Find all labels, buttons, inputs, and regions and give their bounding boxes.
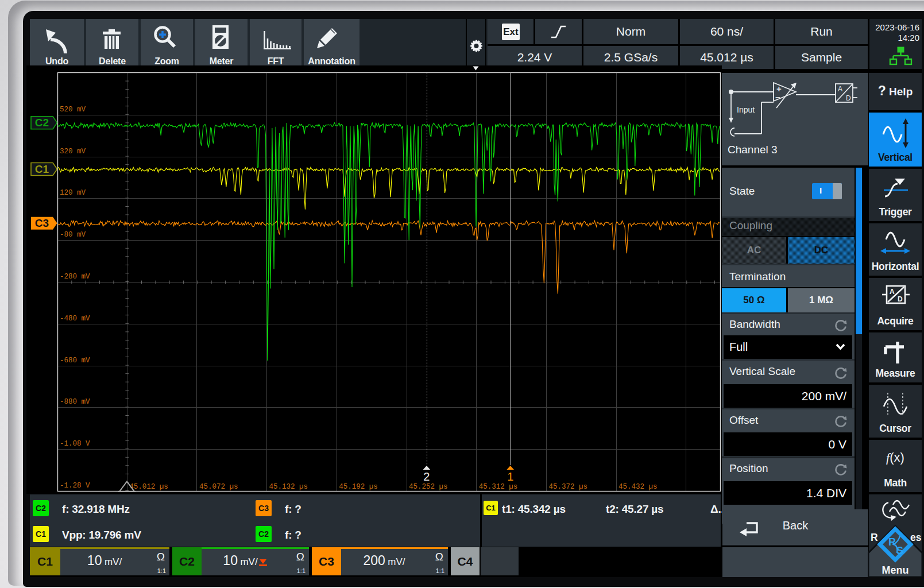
- svg-text:-680 mV: -680 mV: [60, 357, 90, 365]
- svg-text:120 mV: 120 mV: [60, 189, 86, 197]
- svg-text:D: D: [898, 295, 903, 303]
- svg-text:C2: C2: [35, 117, 49, 129]
- svg-text:2: 2: [423, 470, 430, 483]
- svg-text:45.312 µs: 45.312 µs: [479, 483, 518, 491]
- svg-text:-1.28 V: -1.28 V: [60, 482, 90, 490]
- svg-text:Input: Input: [737, 105, 755, 114]
- svg-text:520 mV: 520 mV: [60, 106, 86, 114]
- svg-text:A: A: [838, 85, 842, 93]
- svg-text:45.192 µs: 45.192 µs: [339, 483, 378, 491]
- svg-text:C3: C3: [35, 217, 49, 229]
- svg-text:C1: C1: [35, 163, 49, 175]
- svg-text:1: 1: [507, 470, 513, 483]
- svg-text:320 mV: 320 mV: [60, 148, 86, 156]
- svg-text:A: A: [890, 288, 895, 296]
- svg-text:Channel 3: Channel 3: [728, 144, 778, 156]
- svg-text:-80 mV: -80 mV: [60, 231, 86, 239]
- svg-text:D: D: [846, 94, 851, 102]
- svg-text:-1.08 V: -1.08 V: [60, 440, 90, 448]
- svg-text:45.072 µs: 45.072 µs: [199, 483, 238, 491]
- svg-text:-280 mV: -280 mV: [60, 273, 90, 281]
- svg-text:45.432 µs: 45.432 µs: [618, 483, 658, 491]
- svg-text:45.372 µs: 45.372 µs: [548, 483, 587, 491]
- svg-text:45.252 µs: 45.252 µs: [409, 483, 448, 491]
- svg-text:45.012 µs: 45.012 µs: [129, 483, 168, 491]
- svg-text:-880 mV: -880 mV: [60, 398, 90, 406]
- svg-text:−: −: [775, 92, 780, 102]
- svg-text:-480 mV: -480 mV: [60, 315, 90, 323]
- svg-text:Menu: Menu: [882, 564, 909, 576]
- svg-text:R: R: [888, 536, 896, 548]
- svg-text:45.132 µs: 45.132 µs: [269, 483, 308, 491]
